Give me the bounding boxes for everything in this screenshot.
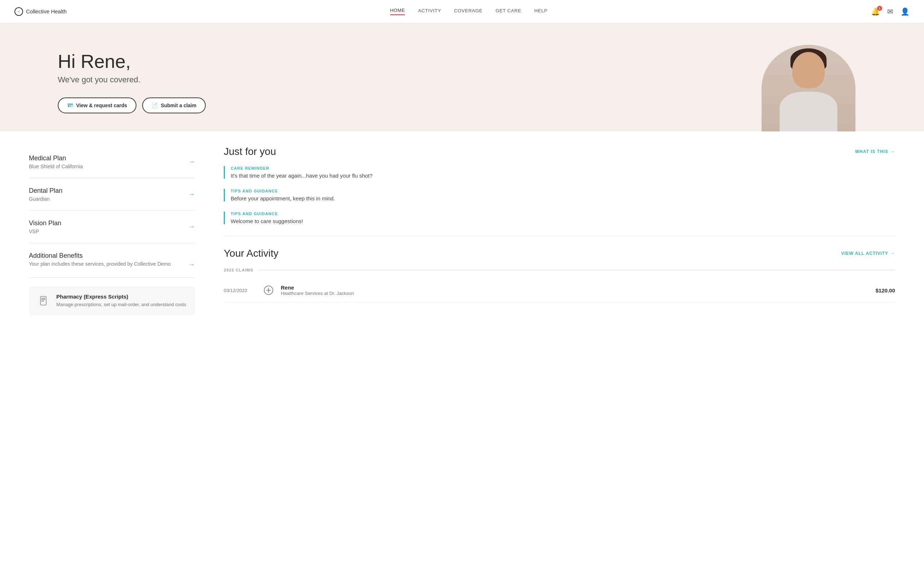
person-body	[780, 92, 837, 131]
hero-image	[751, 45, 866, 131]
hero-greeting: Hi Rene,	[58, 50, 751, 72]
pharmacy-info: Pharmacy (Express Scripts) Manage prescr…	[56, 293, 186, 308]
hero-person-silhouette	[762, 45, 855, 131]
medical-plan-info: Medical Plan Blue Shield of California	[29, 155, 83, 169]
activity-date: 03/12/2022	[224, 288, 256, 293]
medical-plan-name: Medical Plan	[29, 155, 83, 162]
dental-plan-item[interactable]: Dental Plan Guardian →	[29, 178, 195, 211]
view-cards-label: View & request cards	[76, 102, 127, 108]
activity-header: Your Activity VIEW ALL ACTIVITY →	[224, 248, 895, 259]
just-for-you-title: Just for you	[224, 146, 276, 158]
dental-plan-info: Dental Plan Guardian	[29, 187, 63, 202]
hero-buttons: 🪪 View & request cards 📄 Submit a claim	[58, 98, 751, 114]
what-is-this-arrow: →	[891, 149, 895, 154]
vision-plan-arrow: →	[189, 223, 195, 231]
left-panel: Medical Plan Blue Shield of California →…	[29, 131, 195, 330]
additional-benefits-title: Additional Benefits	[29, 252, 195, 260]
nav-link-activity[interactable]: ACTIVITY	[418, 8, 441, 15]
dental-plan-name: Dental Plan	[29, 187, 63, 195]
activity-description: Healthcare Services at Dr. Jackson	[281, 291, 870, 296]
additional-benefits-item: Additional Benefits Your plan includes t…	[29, 243, 195, 278]
tips-guidance-text-2: Welcome to care suggestions!	[231, 218, 303, 224]
svg-rect-2	[41, 299, 46, 300]
pharmacy-icon	[36, 293, 50, 308]
additional-benefits-desc: Your plan includes these services, provi…	[29, 261, 195, 269]
view-all-activity-link[interactable]: VIEW ALL ACTIVITY →	[841, 251, 895, 256]
care-reminder-item[interactable]: CARE REMINDER It's that time of the year…	[224, 166, 895, 179]
hero-content: Hi Rene, We've got you covered. 🪪 View &…	[58, 50, 751, 131]
activity-row[interactable]: 03/12/2022 Rene Healthcare Services at D…	[224, 278, 895, 303]
right-panel: Just for you WHAT IS THIS → CARE REMINDE…	[224, 131, 895, 330]
activity-year: 2022 CLAIMS	[224, 268, 895, 272]
logo-icon: ○	[14, 7, 23, 16]
what-is-this-label: WHAT IS THIS	[855, 149, 888, 154]
card-icon: 🪪	[67, 102, 73, 108]
view-all-label: VIEW ALL ACTIVITY	[841, 251, 888, 256]
care-item-content-2: TIPS AND GUIDANCE Before your appointmen…	[231, 189, 335, 202]
view-all-arrow: →	[891, 251, 895, 256]
main-content: Medical Plan Blue Shield of California →…	[0, 131, 924, 330]
hero-subtitle: We've got you covered.	[58, 75, 751, 85]
vision-plan-info: Vision Plan VSP	[29, 219, 61, 234]
vision-plan-item[interactable]: Vision Plan VSP →	[29, 211, 195, 243]
care-reminder-tag: CARE REMINDER	[231, 166, 373, 170]
tips-guidance-item-1[interactable]: TIPS AND GUIDANCE Before your appointmen…	[224, 189, 895, 202]
activity-details: Rene Healthcare Services at Dr. Jackson	[281, 284, 870, 296]
notification-badge: 1	[877, 6, 882, 11]
nav-actions: 🔔 1 ✉ 👤	[871, 7, 910, 16]
logo-text: Collective Health	[26, 8, 67, 14]
activity-person: Rene	[281, 284, 870, 291]
nav-link-coverage[interactable]: COVERAGE	[454, 8, 483, 15]
submit-claim-label: Submit a claim	[161, 102, 196, 108]
svg-rect-1	[41, 298, 46, 298]
medical-plan-item[interactable]: Medical Plan Blue Shield of California →	[29, 146, 195, 178]
care-item-content-1: CARE REMINDER It's that time of the year…	[231, 166, 373, 179]
claim-icon: 📄	[151, 102, 158, 108]
medical-plan-arrow: →	[189, 158, 195, 166]
tips-guidance-tag-1: TIPS AND GUIDANCE	[231, 189, 335, 193]
pharmacy-card[interactable]: Pharmacy (Express Scripts) Manage prescr…	[29, 286, 195, 315]
tips-guidance-item-2[interactable]: TIPS AND GUIDANCE Welcome to care sugges…	[224, 211, 895, 224]
dental-plan-provider: Guardian	[29, 196, 63, 202]
tips-guidance-text-1: Before your appointment, keep this in mi…	[231, 195, 335, 202]
nav-link-home[interactable]: HOME	[390, 8, 405, 15]
vision-plan-provider: VSP	[29, 229, 61, 234]
hero-section: Hi Rene, We've got you covered. 🪪 View &…	[0, 23, 924, 131]
what-is-this-link[interactable]: WHAT IS THIS →	[855, 149, 895, 154]
vision-plan-name: Vision Plan	[29, 219, 61, 227]
nav-link-get-care[interactable]: GET CARE	[496, 8, 521, 15]
pharmacy-name: Pharmacy (Express Scripts)	[56, 293, 186, 300]
person-face	[792, 52, 825, 88]
care-item-content-3: TIPS AND GUIDANCE Welcome to care sugges…	[231, 211, 303, 224]
submit-claim-button[interactable]: 📄 Submit a claim	[142, 98, 206, 114]
activity-amount: $120.00	[876, 287, 895, 293]
nav-links: HOMEACTIVITYCOVERAGEGET CAREHELP	[390, 8, 548, 15]
activity-title: Your Activity	[224, 248, 278, 259]
care-item-bar-3	[224, 211, 225, 224]
medical-plan-provider: Blue Shield of California	[29, 164, 83, 169]
additional-benefits-arrow[interactable]: →	[189, 261, 195, 269]
mail-icon[interactable]: ✉	[887, 7, 893, 16]
care-item-bar-1	[224, 166, 225, 179]
logo[interactable]: ○ Collective Health	[14, 7, 67, 16]
additional-benefits-text: Your plan includes these services, provi…	[29, 261, 186, 267]
just-for-you-header: Just for you WHAT IS THIS →	[224, 146, 895, 158]
user-icon[interactable]: 👤	[900, 7, 910, 16]
care-item-bar-2	[224, 189, 225, 202]
navigation: ○ Collective Health HOMEACTIVITYCOVERAGE…	[0, 0, 924, 23]
notification-icon[interactable]: 🔔 1	[871, 7, 880, 16]
view-cards-button[interactable]: 🪪 View & request cards	[58, 98, 137, 114]
care-reminder-text: It's that time of the year again...have …	[231, 173, 373, 179]
pharmacy-description: Manage prescriptions, set up mail-order,…	[56, 301, 186, 308]
svg-rect-3	[41, 301, 44, 301]
dental-plan-arrow: →	[189, 191, 195, 198]
section-divider	[224, 236, 895, 236]
nav-link-help[interactable]: HELP	[534, 8, 548, 15]
tips-guidance-tag-2: TIPS AND GUIDANCE	[231, 211, 303, 216]
activity-medical-icon	[262, 284, 275, 297]
